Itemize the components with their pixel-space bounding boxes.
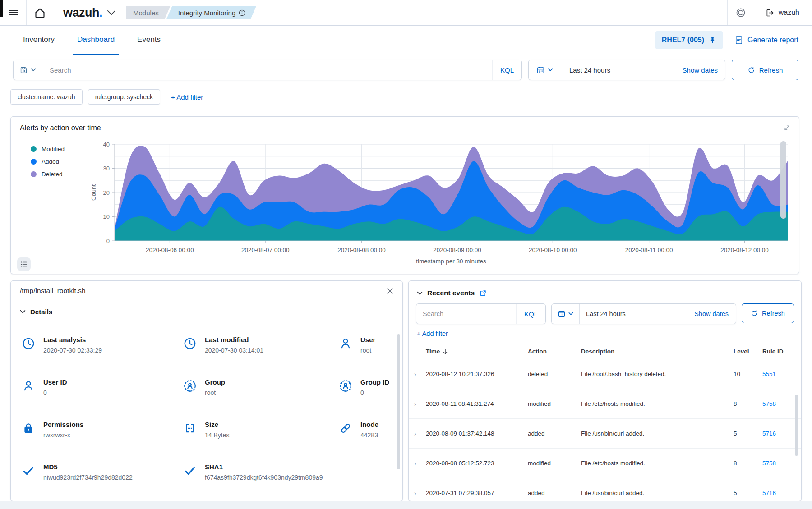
refresh-label: Refresh (759, 66, 783, 74)
breadcrumb-integrity-monitoring[interactable]: Integrity Monitoring (166, 6, 257, 19)
event-row[interactable]: ›2020-08-09 01:37:42.148addedFile /usr/b… (409, 419, 801, 449)
refresh-button[interactable]: Refresh (732, 60, 798, 80)
event-row[interactable]: ›2020-07-31 07:29:38.057addedFile /usr/b… (409, 478, 801, 501)
event-description: File /root/.bash_history deleted. (581, 371, 734, 377)
events-add-filter-button[interactable]: + Add filter (417, 330, 448, 337)
list-icon (20, 261, 28, 268)
tabbar-right: RHEL7 (005) Generate report (655, 31, 812, 49)
ring-icon (735, 7, 746, 18)
event-rule-id-link[interactable]: 5551 (762, 371, 801, 377)
event-action: deleted (528, 371, 581, 377)
legend-item-added[interactable]: Added (31, 157, 65, 166)
calendar-button[interactable] (529, 60, 561, 80)
clock-icon (22, 336, 36, 354)
chevron-down-icon (20, 310, 26, 314)
filter-chip[interactable]: cluster.name: wazuh (10, 89, 83, 105)
hamburger-menu-button[interactable] (0, 0, 26, 25)
field-value: f674as9fh3729dkgt6f4k903ndy29tm809a9 (205, 474, 328, 481)
agent-pill[interactable]: RHEL7 (005) (655, 31, 723, 49)
group-icon (339, 378, 353, 396)
svg-text:2020-08-06 00:00: 2020-08-06 00:00 (146, 247, 194, 253)
expand-row-chevron[interactable]: › (414, 400, 426, 408)
events-scrollbar[interactable] (795, 395, 798, 456)
search-box: KQL (13, 60, 522, 80)
clock-icon (183, 336, 198, 354)
event-row[interactable]: ›2020-08-11 08:41:31.274modifiedFile /et… (409, 389, 801, 419)
link-icon (339, 421, 353, 439)
events-time-range-label[interactable]: Last 24 hours (580, 310, 626, 317)
details-section-label: Details (30, 308, 52, 316)
saved-queries-button[interactable] (14, 60, 42, 80)
time-range-label[interactable]: Last 24 hours (561, 66, 610, 74)
details-scrollbar[interactable] (397, 334, 400, 469)
legend-dot (31, 171, 37, 177)
generate-report-button[interactable]: Generate report (734, 36, 798, 45)
events-show-dates-button[interactable]: Show dates (694, 310, 736, 317)
events-kql-toggle[interactable]: KQL (516, 304, 545, 324)
info-icon[interactable] (239, 9, 245, 16)
refresh-icon (751, 310, 758, 317)
field-label: Group ID (360, 378, 389, 386)
field-label: User ID (43, 378, 67, 386)
sidebar-edge (0, 0, 3, 17)
details-accordion-toggle[interactable]: Details (11, 301, 402, 322)
events-date-picker: Last 24 hours Show dates (551, 303, 736, 324)
health-check-button[interactable] (728, 0, 754, 25)
pin-icon[interactable] (709, 37, 716, 44)
external-link-icon[interactable] (479, 289, 487, 297)
tab-inventory[interactable]: Inventory (18, 26, 59, 55)
close-details-button[interactable] (387, 288, 393, 294)
column-header-time[interactable]: Time (426, 348, 528, 355)
events-calendar-button[interactable] (552, 304, 580, 324)
legend-item-deleted[interactable]: Deleted (31, 170, 65, 179)
field-value: root (205, 389, 225, 396)
expand-row-chevron[interactable]: › (414, 489, 426, 497)
lock-icon (22, 421, 36, 439)
kql-toggle[interactable]: KQL (492, 60, 521, 80)
home-button[interactable] (27, 0, 53, 25)
user-icon (22, 378, 36, 396)
tab-dashboard[interactable]: Dashboard (73, 26, 119, 55)
event-time: 2020-07-31 07:29:38.057 (426, 490, 528, 496)
check-icon (22, 463, 36, 481)
expand-row-chevron[interactable]: › (414, 430, 426, 437)
tab-events[interactable]: Events (133, 26, 165, 55)
chevron-down-icon[interactable] (417, 291, 423, 295)
logout-button[interactable]: wazuh (754, 8, 812, 18)
svg-text:2020-08-11 00:00: 2020-08-11 00:00 (625, 247, 673, 253)
events-refresh-label: Refresh (762, 310, 785, 317)
document-icon (734, 36, 743, 45)
column-header-level[interactable]: Level (734, 348, 762, 355)
column-header-rule-id[interactable]: Rule ID (762, 348, 801, 355)
event-rule-id-link[interactable]: 5716 (762, 490, 801, 496)
svg-text:30: 30 (103, 165, 110, 172)
show-dates-button[interactable]: Show dates (683, 66, 725, 74)
page-footer-strip (0, 501, 812, 509)
events-search-input[interactable] (416, 304, 516, 324)
event-row[interactable]: ›2020-08-12 10:21:37.326deletedFile /roo… (409, 359, 801, 389)
detail-field-group: Grouproot (183, 378, 339, 396)
field-value: 2020-07-30 02:33:29 (43, 347, 107, 354)
legend-dot (31, 159, 37, 165)
event-rule-id-link[interactable]: 5758 (762, 460, 801, 467)
event-action: modified (528, 400, 581, 407)
app-switcher-chevron[interactable] (107, 10, 116, 15)
refresh-icon (747, 66, 755, 74)
column-header-action[interactable]: Action (528, 348, 581, 355)
expand-row-chevron[interactable]: › (414, 370, 426, 378)
breadcrumb-modules[interactable]: Modules (126, 6, 171, 19)
expand-chart-button[interactable] (783, 124, 791, 132)
add-filter-button[interactable]: + Add filter (171, 93, 203, 101)
events-query-bar: KQL Last 24 hours Show dates Refresh (416, 303, 794, 323)
event-row[interactable]: ›2020-08-08 05:12:52.723modifiedFile /et… (409, 449, 801, 478)
field-value: niwud923rd2f734r9h29d82d022 (43, 474, 138, 481)
events-refresh-button[interactable]: Refresh (742, 303, 794, 323)
breadcrumb-label: Integrity Monitoring (178, 9, 236, 17)
legend-item-modified[interactable]: Modified (31, 145, 65, 153)
column-header-description[interactable]: Description (581, 348, 734, 355)
filter-chip[interactable]: rule.group: syscheck (88, 89, 160, 105)
chart-data-table-button[interactable] (17, 257, 31, 271)
events-table: Time Action Description Level Rule ID ›2… (409, 344, 801, 501)
search-input[interactable] (42, 60, 492, 80)
expand-row-chevron[interactable]: › (414, 459, 426, 467)
